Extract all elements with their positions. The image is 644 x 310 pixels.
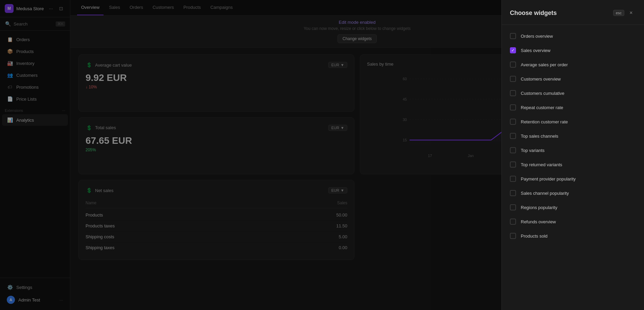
avg-sales-per-order-checkbox[interactable] [510, 62, 516, 68]
regions-popularity-checkbox[interactable] [510, 204, 516, 210]
top-sales-channels-checkbox[interactable] [510, 133, 516, 139]
list-item[interactable]: Retention customer rate [502, 115, 644, 129]
close-panel-button[interactable]: × [626, 8, 636, 18]
list-item[interactable]: Orders overview [502, 29, 644, 43]
products-sold-label: Products sold [521, 234, 548, 239]
esc-badge: esc [613, 10, 624, 16]
sales-overview-checkbox[interactable] [510, 47, 516, 53]
list-item[interactable]: Top returned variants [502, 157, 644, 172]
payment-provider-popularity-label: Payment provider popularity [521, 176, 576, 182]
orders-overview-label: Orders overview [521, 34, 553, 39]
list-item[interactable]: Sales channel popularity [502, 186, 644, 200]
repeat-customer-rate-label: Repeat customer rate [521, 105, 563, 110]
top-returned-variants-label: Top returned variants [521, 162, 562, 167]
avg-sales-per-order-label: Average sales per order [521, 62, 568, 67]
orders-overview-checkbox[interactable] [510, 33, 516, 39]
refunds-overview-checkbox[interactable] [510, 219, 516, 225]
regions-popularity-label: Regions popularity [521, 205, 557, 210]
retention-customer-rate-label: Retention customer rate [521, 119, 568, 124]
list-item[interactable]: Products sold [502, 229, 644, 243]
top-variants-checkbox[interactable] [510, 147, 516, 153]
customers-overview-label: Customers overview [521, 76, 561, 82]
list-item[interactable]: Refunds overview [502, 214, 644, 229]
choose-widgets-panel: Choose widgets esc × Orders overview Sal… [501, 0, 644, 310]
list-item[interactable]: Top variants [502, 143, 644, 157]
list-item[interactable]: Sales overview [502, 43, 644, 57]
customers-overview-checkbox[interactable] [510, 76, 516, 82]
sales-channel-popularity-checkbox[interactable] [510, 190, 516, 196]
sales-channel-popularity-label: Sales channel popularity [521, 191, 569, 196]
customers-cumulative-checkbox[interactable] [510, 90, 516, 96]
list-item[interactable]: Regions popularity [502, 200, 644, 214]
top-sales-channels-label: Top sales channels [521, 134, 558, 139]
customers-cumulative-label: Customers cumulative [521, 91, 565, 96]
top-variants-label: Top variants [521, 148, 545, 153]
sales-overview-label: Sales overview [521, 48, 550, 53]
list-item[interactable]: Payment provider popularity [502, 172, 644, 186]
widget-list: Orders overview Sales overview Average s… [502, 25, 644, 247]
panel-close-area: esc × [613, 8, 636, 18]
refunds-overview-label: Refunds overview [521, 219, 556, 224]
overlay: Choose widgets esc × Orders overview Sal… [0, 0, 644, 310]
list-item[interactable]: Average sales per order [502, 57, 644, 72]
list-item[interactable]: Customers cumulative [502, 86, 644, 100]
repeat-customer-rate-checkbox[interactable] [510, 104, 516, 110]
list-item[interactable]: Repeat customer rate [502, 100, 644, 115]
list-item[interactable]: Top sales channels [502, 129, 644, 143]
list-item[interactable]: Customers overview [502, 72, 644, 86]
top-returned-variants-checkbox[interactable] [510, 161, 516, 168]
panel-header: Choose widgets esc × [502, 8, 644, 25]
retention-customer-rate-checkbox[interactable] [510, 119, 516, 125]
panel-title: Choose widgets [510, 10, 557, 17]
products-sold-checkbox[interactable] [510, 233, 516, 239]
payment-provider-popularity-checkbox[interactable] [510, 176, 516, 182]
